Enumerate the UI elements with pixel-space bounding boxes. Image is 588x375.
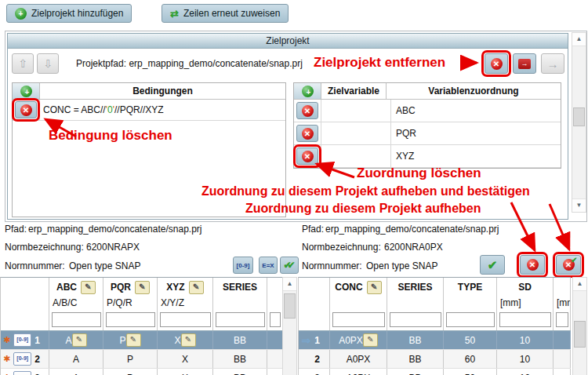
table-cell[interactable] [554, 350, 571, 368]
reassign-rows-button[interactable]: ⇄ Zeilen erneut zuweisen [162, 4, 289, 23]
numeric-format-icon[interactable]: [0-9] [13, 333, 31, 347]
filter-input[interactable] [446, 312, 495, 327]
row-header[interactable]: ⇒1 [299, 331, 330, 349]
row-header[interactable]: ✱[0-9]3 [1, 369, 49, 375]
zielvariable-cell[interactable] [321, 145, 391, 167]
column-header[interactable]: SERIES [387, 278, 444, 297]
row-header[interactable]: 2 [299, 350, 330, 368]
column-header[interactable] [554, 278, 571, 297]
move-down-button[interactable]: ⇩ [37, 53, 59, 74]
table-cell[interactable]: 10 [497, 331, 554, 349]
table-row[interactable]: 2A0PXBB6010 [299, 350, 571, 369]
zielvariable-cell[interactable] [321, 122, 391, 144]
condition-row[interactable]: ✕ CONC = ABC//'0'//PQR//XYZ [13, 100, 285, 121]
filter-input[interactable] [499, 312, 551, 327]
add-condition-button[interactable]: + [20, 86, 32, 97]
vertical-scrollbar[interactable]: ▲ ▼ [572, 32, 586, 213]
table-cell[interactable] [267, 369, 283, 375]
table-cell[interactable]: P✎ [103, 331, 158, 349]
condition-expression[interactable]: CONC = ABC//'0'//PQR//XYZ [40, 100, 285, 120]
table-cell[interactable] [554, 369, 571, 375]
filter-input[interactable] [556, 312, 568, 327]
filter-input[interactable] [390, 312, 441, 327]
delete-mapping-button[interactable]: ✕ [296, 125, 318, 142]
edit-pencil-icon[interactable]: ✎ [126, 333, 141, 347]
table-cell[interactable]: A [49, 369, 103, 375]
numeric-format-icon[interactable]: [0-9] [13, 352, 31, 366]
formula-button[interactable]: E=X [259, 257, 278, 274]
edit-pencil-icon[interactable]: ✎ [363, 333, 378, 347]
table-cell[interactable]: A✎ [49, 331, 103, 349]
delete-mapping-button[interactable]: ✕ [296, 147, 318, 165]
conditions-column-header[interactable]: Bedingungen [40, 83, 285, 99]
left-table-scrollbar[interactable]: ▲ [282, 277, 297, 375]
table-cell[interactable]: 10 [497, 350, 554, 368]
table-cell[interactable]: BB [387, 369, 444, 375]
add-target-project-button[interactable]: + Zielprojekt hinzufügen [6, 4, 132, 23]
unassign-project-button[interactable]: ✕ [520, 255, 545, 275]
scroll-up-icon[interactable]: ▲ [573, 278, 586, 291]
add-mapping-button[interactable]: + [302, 86, 314, 97]
table-cell[interactable]: A0PX [330, 350, 387, 368]
table-cell[interactable]: X [158, 369, 213, 375]
unassign-confirm-project-button[interactable]: ✕ ✔ [556, 255, 581, 275]
zielvariable-cell[interactable] [321, 100, 391, 122]
column-header[interactable]: CONC✎ [330, 278, 387, 297]
table-cell[interactable]: P [103, 350, 158, 368]
open-project-button[interactable]: → [513, 53, 536, 74]
table-cell[interactable]: 50 [444, 369, 497, 375]
table-cell[interactable]: 50 [444, 331, 497, 349]
right-table-scrollbar[interactable]: ▲ [572, 277, 587, 375]
table-row[interactable]: ⇒1A0PX✎BB5010 [299, 331, 571, 350]
row-header[interactable]: 3 [299, 369, 330, 375]
table-cell[interactable]: A [49, 350, 103, 368]
zuordnung-cell[interactable]: PQR [391, 122, 561, 144]
table-row[interactable]: ✱[0-9]2APXBB [1, 350, 283, 369]
table-cell[interactable]: BB [213, 369, 267, 375]
numeric-format-button[interactable]: [0-9] [233, 257, 253, 274]
table-cell[interactable]: BB [213, 350, 267, 368]
filter-input[interactable] [270, 312, 281, 327]
column-header[interactable]: XYZ✎ [158, 278, 213, 297]
filter-input[interactable] [216, 312, 265, 327]
table-row[interactable]: 3A0PXBB5012 [299, 369, 571, 375]
row-header[interactable]: ✱[0-9]2 [1, 350, 49, 368]
scroll-down-icon[interactable]: ▼ [572, 198, 586, 212]
mapping-row[interactable]: ✕ABC [294, 100, 561, 122]
filter-input[interactable] [52, 312, 101, 327]
scrollbar-thumb[interactable] [284, 293, 296, 319]
filter-input[interactable] [160, 312, 211, 327]
table-cell[interactable]: BB [387, 331, 444, 349]
zuordnung-cell[interactable]: XYZ [391, 145, 561, 167]
zuordnung-column-header[interactable]: Variablenzuordnung [387, 83, 561, 99]
column-header[interactable]: SD [497, 278, 554, 297]
scroll-up-icon[interactable]: ▲ [283, 278, 296, 291]
edit-pencil-icon[interactable]: ✎ [181, 333, 196, 347]
filter-input[interactable] [106, 312, 155, 327]
mapping-row[interactable]: ✕PQR [294, 122, 561, 145]
zielvariable-column-header[interactable]: Zielvariable [321, 83, 387, 99]
table-cell[interactable] [267, 331, 283, 349]
confirm-assignment-button[interactable]: ✔ [480, 255, 505, 275]
edit-pencil-icon[interactable]: ✎ [72, 333, 87, 347]
filter-input[interactable] [332, 312, 385, 327]
table-cell[interactable]: A0PX [330, 369, 387, 375]
table-cell[interactable]: 12 [497, 369, 554, 375]
column-header[interactable]: PQR✎ [103, 278, 158, 297]
forward-button[interactable]: → [541, 53, 564, 74]
table-cell[interactable]: P [103, 369, 158, 375]
row-header[interactable]: ✱[0-9]1 [1, 331, 49, 349]
table-cell[interactable]: X✎ [158, 331, 213, 349]
table-cell[interactable]: 60 [444, 350, 497, 368]
column-header[interactable]: ABC✎ [49, 278, 103, 297]
move-up-button[interactable]: ⇧ [12, 53, 34, 74]
table-cell[interactable]: X [158, 350, 213, 368]
column-header[interactable]: SERIES [213, 278, 267, 297]
table-cell[interactable]: BB [213, 331, 267, 349]
scrollbar-thumb[interactable] [574, 321, 586, 348]
table-row[interactable]: ✱[0-9]3APXBB [1, 369, 283, 375]
column-header[interactable]: TYPE [444, 278, 497, 297]
column-header[interactable] [267, 278, 283, 297]
numeric-format-icon[interactable]: [0-9] [13, 371, 31, 375]
mapping-row[interactable]: ✕XYZ [294, 145, 561, 168]
